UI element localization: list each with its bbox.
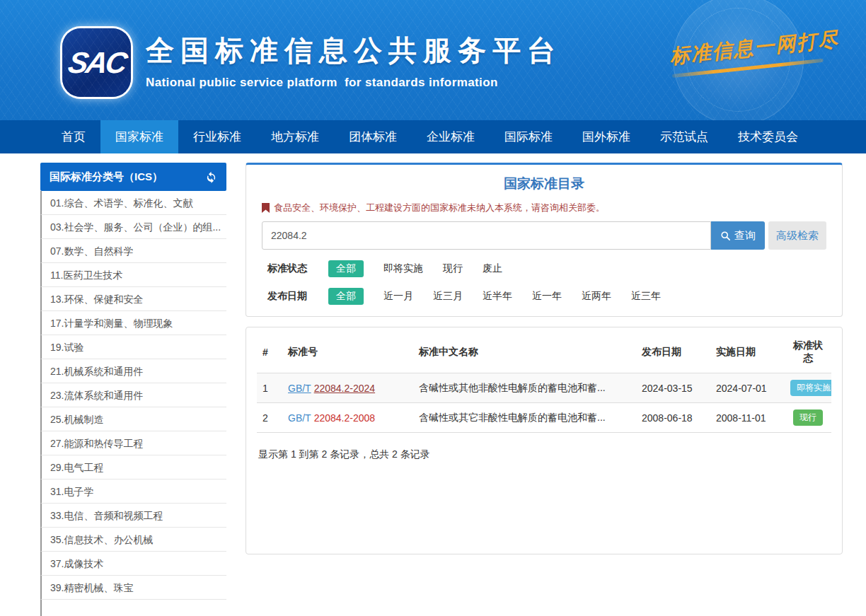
ics-item-17[interactable]: 17.计量学和测量、物理现象 — [40, 311, 226, 335]
nav-item-industry-standards[interactable]: 行业标准 — [178, 120, 256, 153]
site-header: SAC 全国标准信息公共服务平台 National public service… — [0, 0, 866, 120]
nav-item-local-standards[interactable]: 地方标准 — [256, 120, 334, 153]
ics-sidebar: 国际标准分类号（ICS） 01.综合、术语学、标准化、文献 03.社会学、服务、… — [40, 163, 226, 616]
content-area: 国际标准分类号（ICS） 01.综合、术语学、标准化、文献 03.社会学、服务、… — [0, 153, 866, 616]
ics-item-23[interactable]: 23.流体系统和通用件 — [40, 383, 226, 407]
ics-item-33[interactable]: 33.电信、音频和视频工程 — [40, 504, 226, 528]
filter-date-all[interactable]: 全部 — [328, 288, 364, 305]
record-count-summary: 显示第 1 到第 2 条记录，总共 2 条记录 — [257, 448, 831, 461]
table-row: 2 GB/T22084.2-2008 含碱性或其它非酸性电解质的蓄电池和蓄...… — [257, 403, 831, 433]
nav-item-pilot-program[interactable]: 示范试点 — [645, 120, 723, 153]
filter-label-date: 发布日期 — [267, 290, 307, 303]
pub-date: 2008-06-18 — [636, 403, 710, 433]
ics-item-partial[interactable] — [40, 600, 226, 616]
search-icon — [720, 231, 731, 241]
nav-item-home[interactable]: 首页 — [47, 120, 100, 153]
nav-item-enterprise-standards[interactable]: 企业标准 — [412, 120, 490, 153]
ics-item-37[interactable]: 37.成像技术 — [40, 552, 226, 576]
filter-label-status: 标准状态 — [267, 262, 307, 275]
ics-category-list: 01.综合、术语学、标准化、文献 03.社会学、服务、公司（企业）的组... 0… — [40, 191, 226, 616]
ics-item-19[interactable]: 19.试验 — [40, 335, 226, 359]
filter-date-3years[interactable]: 近三年 — [631, 290, 661, 303]
filter-date-2years[interactable]: 近两年 — [582, 290, 611, 303]
ics-item-13[interactable]: 13.环保、保健和安全 — [40, 287, 226, 311]
filter-status-upcoming[interactable]: 即将实施 — [383, 262, 423, 275]
nav-item-foreign-standards[interactable]: 国外标准 — [567, 120, 645, 153]
ics-item-35[interactable]: 35.信息技术、办公机械 — [40, 528, 226, 552]
search-input[interactable] — [262, 221, 711, 250]
filter-date-6months[interactable]: 近半年 — [483, 290, 512, 303]
query-button[interactable]: 查询 — [711, 221, 765, 250]
status-badge: 现行 — [793, 409, 823, 426]
site-title-block: 全国标准信息公共服务平台 National public service pla… — [146, 31, 562, 90]
nav-item-group-standards[interactable]: 团体标准 — [334, 120, 412, 153]
filter-status-all[interactable]: 全部 — [328, 260, 364, 277]
row-index: 1 — [257, 373, 282, 403]
main-column: 国家标准目录 食品安全、环境保护、工程建设方面的国家标准未纳入本系统，请咨询相关… — [246, 163, 843, 616]
advanced-search-button[interactable]: 高级检索 — [768, 221, 826, 250]
col-header-name: 标准中文名称 — [413, 332, 636, 373]
filter-row-status: 标准状态 全部 即将实施 现行 废止 — [267, 260, 826, 277]
page-title: 国家标准目录 — [262, 175, 826, 193]
pub-date: 2024-03-15 — [636, 373, 710, 403]
filter-status-abolished[interactable]: 废止 — [483, 262, 502, 275]
ics-sidebar-header: 国际标准分类号（ICS） — [40, 163, 226, 191]
ics-item-07[interactable]: 07.数学、自然科学 — [40, 239, 226, 263]
filter-date-1month[interactable]: 近一月 — [383, 290, 413, 303]
filter-date-3months[interactable]: 近三月 — [433, 290, 463, 303]
impl-date: 2024-07-01 — [710, 373, 785, 403]
row-index: 2 — [257, 403, 282, 433]
bookmark-flag-icon — [262, 203, 270, 213]
standard-name: 含碱性或其它非酸性电解质的蓄电池和蓄... — [413, 403, 636, 433]
search-panel: 国家标准目录 食品安全、环境保护、工程建设方面的国家标准未纳入本系统，请咨询相关… — [246, 163, 843, 317]
standard-link[interactable]: GB/T22084.2-2008 — [288, 412, 375, 424]
col-header-status: 标准状态 — [785, 332, 831, 373]
search-row: 查询 高级检索 — [262, 221, 826, 250]
notice-bar: 食品安全、环境保护、工程建设方面的国家标准未纳入本系统，请咨询相关部委。 — [262, 202, 826, 214]
impl-date: 2008-11-01 — [710, 403, 785, 433]
site-title: 全国标准信息公共服务平台 — [146, 31, 562, 70]
ics-item-27[interactable]: 27.能源和热传导工程 — [40, 431, 226, 455]
sac-logo[interactable]: SAC — [62, 28, 131, 97]
col-header-pub-date: 发布日期 — [636, 332, 710, 373]
results-panel: # 标准号 标准中文名称 发布日期 实施日期 标准状态 1 GB/T22084.… — [246, 327, 843, 554]
refresh-icon[interactable] — [205, 171, 217, 183]
filter-status-current[interactable]: 现行 — [443, 262, 463, 275]
ics-item-29[interactable]: 29.电气工程 — [40, 455, 226, 480]
table-row: 1 GB/T22084.2-2024 含碱性或其他非酸性电解质的蓄电池和蓄...… — [257, 373, 831, 403]
ics-item-03[interactable]: 03.社会学、服务、公司（企业）的组... — [40, 215, 226, 239]
ics-item-21[interactable]: 21.机械系统和通用件 — [40, 359, 226, 383]
site-subtitle: National public service platform for sta… — [146, 76, 562, 90]
standard-link[interactable]: GB/T22084.2-2024 — [288, 383, 375, 394]
standard-name: 含碱性或其他非酸性电解质的蓄电池和蓄... — [413, 373, 636, 403]
main-nav: 首页 国家标准 行业标准 地方标准 团体标准 企业标准 国际标准 国外标准 示范… — [0, 120, 866, 153]
ics-item-01[interactable]: 01.综合、术语学、标准化、文献 — [40, 191, 226, 215]
nav-item-international-standards[interactable]: 国际标准 — [490, 120, 567, 153]
status-badge: 即将实施 — [790, 380, 831, 396]
ics-item-25[interactable]: 25.机械制造 — [40, 407, 226, 431]
sac-logo-text: SAC — [65, 46, 127, 80]
results-table: # 标准号 标准中文名称 发布日期 实施日期 标准状态 1 GB/T22084.… — [257, 332, 831, 433]
notice-text: 食品安全、环境保护、工程建设方面的国家标准未纳入本系统，请咨询相关部委。 — [274, 202, 605, 214]
filter-row-date: 发布日期 全部 近一月 近三月 近半年 近一年 近两年 近三年 — [267, 288, 826, 305]
table-header-row: # 标准号 标准中文名称 发布日期 实施日期 标准状态 — [257, 332, 831, 373]
col-header-impl-date: 实施日期 — [710, 332, 785, 373]
col-header-index: # — [257, 332, 282, 373]
ics-sidebar-title: 国际标准分类号（ICS） — [50, 170, 163, 184]
col-header-standard-no: 标准号 — [282, 332, 413, 373]
nav-item-national-standards[interactable]: 国家标准 — [100, 120, 178, 153]
ics-item-31[interactable]: 31.电子学 — [40, 480, 226, 504]
ics-item-11[interactable]: 11.医药卫生技术 — [40, 263, 226, 287]
query-button-label: 查询 — [734, 229, 756, 243]
nav-item-technical-committee[interactable]: 技术委员会 — [723, 120, 813, 153]
filter-date-1year[interactable]: 近一年 — [532, 290, 562, 303]
ics-item-39[interactable]: 39.精密机械、珠宝 — [40, 576, 226, 600]
